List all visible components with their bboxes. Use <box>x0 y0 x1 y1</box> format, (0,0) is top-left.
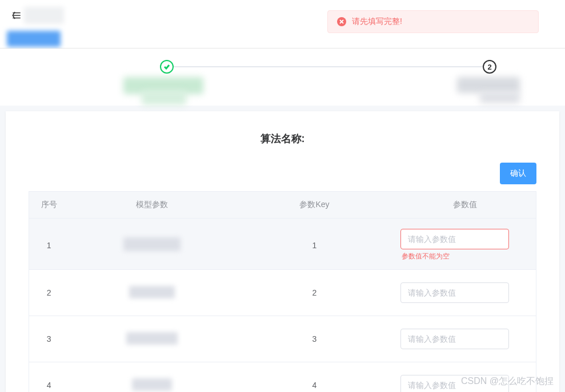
table-row: 3 3 <box>29 316 536 362</box>
menu-toggle-icon[interactable] <box>11 10 22 21</box>
step-connector <box>173 66 483 67</box>
cell-param-value <box>395 270 536 316</box>
cell-index: 3 <box>29 316 69 362</box>
error-icon <box>337 17 346 26</box>
redacted-block <box>457 77 520 93</box>
cell-param-value <box>395 316 536 362</box>
step-1-done-icon <box>160 60 174 74</box>
step-2-number: 2 <box>487 63 491 71</box>
cell-param-key: 3 <box>235 316 395 362</box>
th-param-value: 参数值 <box>395 192 536 219</box>
cell-model-param <box>69 270 235 316</box>
redacted-block <box>142 90 186 105</box>
cell-param-value <box>395 362 536 393</box>
redacted-block <box>129 286 175 298</box>
redacted-block <box>7 31 61 47</box>
cell-index: 4 <box>29 362 69 393</box>
cell-param-value: 参数值不能为空 <box>395 219 536 270</box>
alert-text: 请先填写完整! <box>352 17 402 27</box>
table-row: 4 4 <box>29 362 536 393</box>
cell-param-key: 1 <box>235 219 395 270</box>
step-2-node: 2 <box>483 60 496 74</box>
cell-model-param <box>69 362 235 393</box>
params-table: 序号 模型参数 参数Key 参数值 1 1 参数值不能为空 2 <box>29 191 536 392</box>
top-bar: 请先填写完整! <box>0 0 565 49</box>
cell-model-param <box>69 316 235 362</box>
param-value-input[interactable] <box>400 229 509 249</box>
redacted-block <box>24 7 64 24</box>
cell-param-key: 4 <box>235 362 395 393</box>
cell-index: 2 <box>29 270 69 316</box>
cell-index: 1 <box>29 219 69 270</box>
redacted-block <box>480 92 520 103</box>
th-index: 序号 <box>29 192 69 219</box>
cell-model-param <box>69 219 235 270</box>
th-param-key: 参数Key <box>235 192 395 219</box>
param-value-input[interactable] <box>400 329 509 349</box>
redacted-block <box>132 378 172 391</box>
stepper: 2 <box>0 49 565 106</box>
main-card: 算法名称: 确认 序号 模型参数 参数Key 参数值 1 1 参数值不能为空 <box>6 111 559 392</box>
redacted-block <box>126 332 178 345</box>
action-row: 确认 <box>29 163 536 184</box>
cell-param-key: 2 <box>235 270 395 316</box>
th-model-param: 模型参数 <box>69 192 235 219</box>
param-value-error: 参数值不能为空 <box>400 252 450 261</box>
page-title: 算法名称: <box>29 132 536 146</box>
table-row: 2 2 <box>29 270 536 316</box>
alert-banner: 请先填写完整! <box>327 10 539 33</box>
redacted-block <box>123 237 181 251</box>
confirm-button[interactable]: 确认 <box>500 163 536 184</box>
param-value-input[interactable] <box>400 375 509 392</box>
table-row: 1 1 参数值不能为空 <box>29 219 536 270</box>
param-value-input[interactable] <box>400 282 509 303</box>
